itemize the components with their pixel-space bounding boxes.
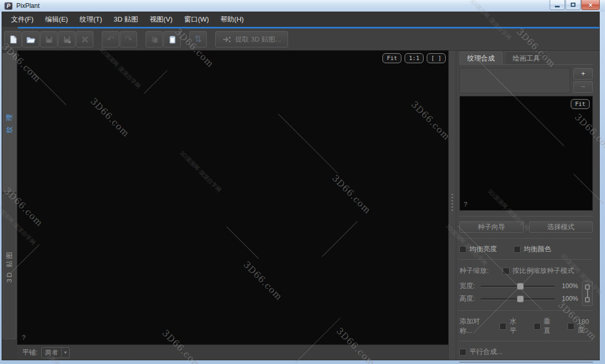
zoom-fit-button[interactable]: Fit (382, 53, 401, 63)
height-slider-handle[interactable] (517, 296, 524, 302)
extract-arrow-icon (222, 35, 231, 44)
symmetry-vertical-checkbox[interactable] (534, 323, 541, 330)
width-slider-value: 100% (555, 282, 578, 290)
save-as-button[interactable] (58, 31, 75, 47)
tile-label: 平铺: (22, 348, 38, 357)
titlebar[interactable]: P PixPlant × (0, 0, 605, 12)
seed-wizard-button[interactable]: 种子向导 (459, 221, 524, 233)
parallel-synthesis-label: 平行合成... (469, 347, 503, 357)
separator (459, 259, 593, 260)
new-file-button[interactable] (4, 31, 22, 47)
paste-icon (168, 35, 177, 44)
width-slider-label: 宽度: (459, 281, 481, 291)
parallel-synthesis-checkbox[interactable] (459, 349, 466, 356)
symmetry-vertical-label: 垂直 (544, 317, 555, 336)
panel-splitter[interactable] (448, 51, 456, 360)
seed-scale-label: 种子缩放: (459, 266, 489, 276)
paste-special-button[interactable] (146, 31, 163, 47)
close-button[interactable]: × (581, 0, 600, 10)
minimize-button[interactable] (550, 0, 565, 10)
preview-fit-button[interactable]: Fit (571, 99, 590, 109)
menu-view[interactable]: 视图(V) (144, 12, 178, 27)
redo-button[interactable]: ↷ (120, 31, 137, 47)
proportional-scale-checkbox[interactable] (503, 268, 510, 274)
canvas-bottom-bar: 平铺: 两者 ▾ (17, 345, 448, 360)
seed-preview[interactable]: Fit ? (459, 96, 593, 211)
symmetry-horizontal-checkbox[interactable] (500, 323, 506, 330)
link-ring-bottom (585, 297, 590, 302)
maximize-icon (571, 3, 575, 7)
save-as-icon (63, 35, 71, 44)
maximize-button[interactable] (565, 0, 581, 10)
menu-window[interactable]: 窗口(W) (178, 12, 215, 27)
tab-texture-label: 纹 理 (5, 112, 14, 133)
separator (459, 341, 593, 341)
save-button[interactable] (40, 31, 57, 47)
open-file-button[interactable] (22, 31, 40, 47)
preview-help-icon[interactable]: ? (464, 201, 467, 208)
width-slider[interactable] (481, 283, 555, 290)
menu-edit[interactable]: 编辑(E) (40, 12, 74, 27)
undo-button[interactable]: ↶ (102, 31, 119, 47)
menu-3d-maps[interactable]: 3D 贴图 (108, 12, 144, 27)
remove-seed-button[interactable]: − (573, 81, 593, 93)
menu-help[interactable]: 帮助(H) (215, 12, 249, 27)
tab-3d-maps[interactable]: 3D 贴图 (3, 194, 16, 339)
extract-3d-maps-button[interactable]: 提取 3D 贴图... (215, 31, 288, 47)
paste-button[interactable] (164, 31, 181, 47)
tile-mode-dropdown[interactable]: 两者 ▾ (41, 347, 70, 358)
swap-maps-button[interactable]: ⇅ (189, 31, 207, 47)
menubar: 文件(F) 编辑(E) 纹理(T) 3D 贴图 视图(V) 窗口(W) 帮助(H… (2, 12, 599, 27)
chevron-down-icon: ▾ (61, 348, 70, 358)
equalize-color-checkbox[interactable] (514, 246, 521, 253)
menu-file[interactable]: 文件(F) (5, 12, 40, 27)
symmetry-horizontal-label: 水平 (510, 317, 521, 336)
tab-texture-synthesis[interactable]: 纹理合成 (459, 52, 503, 64)
equalize-brightness-checkbox[interactable] (459, 246, 466, 253)
height-slider[interactable] (481, 296, 555, 302)
separator (459, 310, 593, 311)
add-seed-button[interactable]: + (573, 68, 593, 80)
tile-mode-value: 两者 (45, 348, 58, 357)
close-texture-button[interactable] (76, 31, 93, 47)
left-tabstrip: 纹 理 3D 贴图 (2, 51, 17, 360)
link-dimensions-icon[interactable] (582, 281, 593, 306)
symmetry-180-label: 180度 (578, 318, 593, 335)
pixplant-logo-icon: P (4, 2, 13, 10)
close-x-icon (81, 35, 89, 44)
separator (459, 238, 593, 239)
tab-paint-tools[interactable]: 绘画工具 (505, 52, 548, 64)
window-title: PixPlant (16, 2, 40, 9)
menu-texture[interactable]: 纹理(T) (74, 12, 108, 27)
app-frame: 文件(F) 编辑(E) 纹理(T) 3D 贴图 视图(V) 窗口(W) 帮助(H… (2, 12, 600, 360)
texture-canvas[interactable]: Fit 1:1 [ ] ? (17, 51, 448, 345)
redo-icon: ↷ (124, 35, 132, 44)
select-mode-button[interactable]: 选择模式 (529, 221, 593, 233)
toolbar: ↶ ↷ ⇅ 提取 3D 贴图... (2, 28, 599, 51)
pixplant-window: P PixPlant × 文件(F) 编辑(E) 纹理(T) 3D 贴图 视图(… (0, 0, 605, 364)
equalize-color-label: 均衡颜色 (524, 244, 551, 254)
separator (459, 362, 593, 362)
width-slider-handle[interactable] (517, 283, 524, 290)
close-icon: × (589, 2, 593, 8)
seed-list[interactable] (459, 68, 570, 93)
extract-label: 提取 3D 贴图... (235, 35, 281, 44)
equalize-brightness-label: 均衡亮度 (469, 244, 497, 254)
splitter-grip-icon (452, 194, 453, 212)
height-slider-value: 100% (555, 295, 578, 302)
swap-arrows-icon: ⇅ (194, 35, 201, 44)
symmetry-180-checkbox[interactable] (568, 323, 574, 330)
tab-3d-maps-label: 3D 贴图 (5, 250, 14, 282)
separator (459, 216, 593, 217)
zoom-1to1-button[interactable]: 1:1 (405, 53, 424, 63)
open-folder-icon (26, 35, 35, 44)
proportional-scale-label: 按比例缩放种子模式 (513, 266, 574, 276)
new-file-icon (9, 35, 17, 44)
save-icon (45, 35, 53, 44)
zoom-full-button[interactable]: [ ] (427, 53, 446, 63)
canvas-help-icon[interactable]: ? (22, 333, 26, 341)
tab-texture[interactable]: 纹 理 (3, 53, 16, 192)
minimize-icon (555, 6, 560, 7)
paste-special-icon (150, 35, 159, 44)
right-panel: 纹理合成 绘画工具 + − Fit ? (456, 51, 599, 360)
